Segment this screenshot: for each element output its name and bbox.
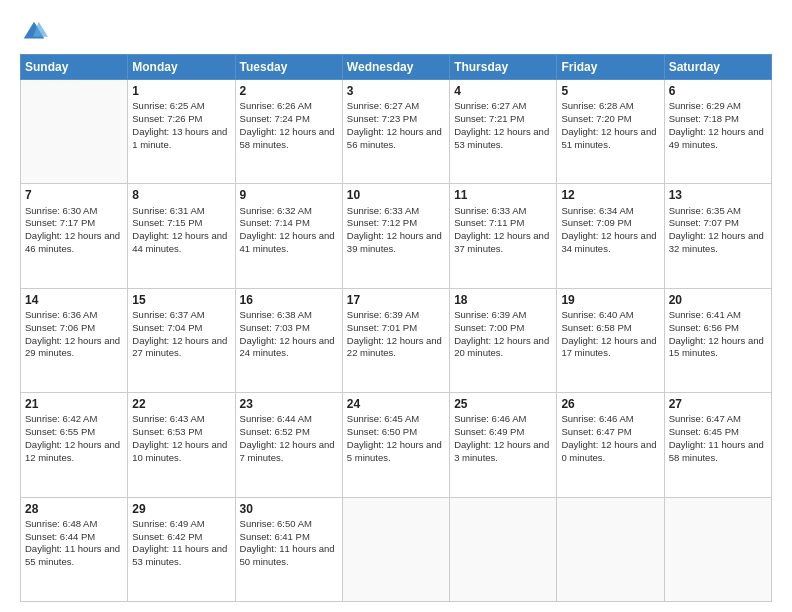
day-info: Daylight: 12 hours and 37 minutes. [454, 230, 552, 256]
day-info: Sunset: 6:53 PM [132, 426, 230, 439]
day-info: Sunrise: 6:43 AM [132, 413, 230, 426]
calendar-cell: 4Sunrise: 6:27 AMSunset: 7:21 PMDaylight… [450, 80, 557, 184]
day-info: Sunrise: 6:37 AM [132, 309, 230, 322]
calendar-week-row: 1Sunrise: 6:25 AMSunset: 7:26 PMDaylight… [21, 80, 772, 184]
calendar-cell: 20Sunrise: 6:41 AMSunset: 6:56 PMDayligh… [664, 288, 771, 392]
day-info: Sunset: 7:23 PM [347, 113, 445, 126]
weekday-header: Friday [557, 55, 664, 80]
logo-icon [20, 18, 48, 46]
weekday-header: Tuesday [235, 55, 342, 80]
day-info: Sunrise: 6:39 AM [454, 309, 552, 322]
calendar-cell: 2Sunrise: 6:26 AMSunset: 7:24 PMDaylight… [235, 80, 342, 184]
day-info: Daylight: 12 hours and 0 minutes. [561, 439, 659, 465]
day-info: Sunrise: 6:42 AM [25, 413, 123, 426]
calendar-week-row: 14Sunrise: 6:36 AMSunset: 7:06 PMDayligh… [21, 288, 772, 392]
day-info: Daylight: 12 hours and 12 minutes. [25, 439, 123, 465]
day-info: Sunrise: 6:38 AM [240, 309, 338, 322]
calendar-header-row: SundayMondayTuesdayWednesdayThursdayFrid… [21, 55, 772, 80]
calendar-cell [450, 497, 557, 601]
calendar-cell: 21Sunrise: 6:42 AMSunset: 6:55 PMDayligh… [21, 393, 128, 497]
day-number: 29 [132, 501, 230, 517]
calendar-cell: 19Sunrise: 6:40 AMSunset: 6:58 PMDayligh… [557, 288, 664, 392]
calendar-cell: 16Sunrise: 6:38 AMSunset: 7:03 PMDayligh… [235, 288, 342, 392]
day-number: 17 [347, 292, 445, 308]
day-info: Sunrise: 6:27 AM [454, 100, 552, 113]
weekday-header: Thursday [450, 55, 557, 80]
logo [20, 18, 52, 46]
day-info: Sunrise: 6:46 AM [454, 413, 552, 426]
day-info: Daylight: 12 hours and 7 minutes. [240, 439, 338, 465]
calendar-cell: 5Sunrise: 6:28 AMSunset: 7:20 PMDaylight… [557, 80, 664, 184]
day-info: Sunrise: 6:33 AM [454, 205, 552, 218]
calendar-cell [342, 497, 449, 601]
day-info: Sunset: 6:49 PM [454, 426, 552, 439]
calendar-cell: 18Sunrise: 6:39 AMSunset: 7:00 PMDayligh… [450, 288, 557, 392]
day-info: Sunset: 7:12 PM [347, 217, 445, 230]
day-info: Sunset: 6:56 PM [669, 322, 767, 335]
day-info: Daylight: 12 hours and 24 minutes. [240, 335, 338, 361]
day-info: Sunrise: 6:46 AM [561, 413, 659, 426]
day-info: Sunset: 7:26 PM [132, 113, 230, 126]
day-info: Daylight: 12 hours and 29 minutes. [25, 335, 123, 361]
calendar-cell: 25Sunrise: 6:46 AMSunset: 6:49 PMDayligh… [450, 393, 557, 497]
day-info: Sunrise: 6:31 AM [132, 205, 230, 218]
day-info: Sunrise: 6:35 AM [669, 205, 767, 218]
day-number: 14 [25, 292, 123, 308]
calendar-cell [664, 497, 771, 601]
day-number: 2 [240, 83, 338, 99]
day-info: Sunrise: 6:47 AM [669, 413, 767, 426]
day-info: Sunrise: 6:25 AM [132, 100, 230, 113]
day-info: Daylight: 12 hours and 51 minutes. [561, 126, 659, 152]
calendar-table: SundayMondayTuesdayWednesdayThursdayFrid… [20, 54, 772, 602]
day-info: Sunrise: 6:36 AM [25, 309, 123, 322]
day-info: Sunset: 7:20 PM [561, 113, 659, 126]
day-number: 12 [561, 187, 659, 203]
day-info: Sunset: 7:03 PM [240, 322, 338, 335]
day-info: Sunrise: 6:27 AM [347, 100, 445, 113]
calendar-cell: 11Sunrise: 6:33 AMSunset: 7:11 PMDayligh… [450, 184, 557, 288]
day-info: Sunset: 7:21 PM [454, 113, 552, 126]
day-info: Sunset: 7:07 PM [669, 217, 767, 230]
weekday-header: Saturday [664, 55, 771, 80]
day-info: Sunset: 7:24 PM [240, 113, 338, 126]
day-info: Sunrise: 6:28 AM [561, 100, 659, 113]
day-info: Daylight: 12 hours and 39 minutes. [347, 230, 445, 256]
day-info: Daylight: 12 hours and 22 minutes. [347, 335, 445, 361]
day-info: Sunrise: 6:39 AM [347, 309, 445, 322]
day-number: 24 [347, 396, 445, 412]
day-number: 10 [347, 187, 445, 203]
calendar-cell: 24Sunrise: 6:45 AMSunset: 6:50 PMDayligh… [342, 393, 449, 497]
calendar-cell [557, 497, 664, 601]
day-number: 15 [132, 292, 230, 308]
day-number: 20 [669, 292, 767, 308]
day-info: Sunset: 7:01 PM [347, 322, 445, 335]
day-info: Sunrise: 6:30 AM [25, 205, 123, 218]
day-info: Sunrise: 6:44 AM [240, 413, 338, 426]
calendar-cell: 29Sunrise: 6:49 AMSunset: 6:42 PMDayligh… [128, 497, 235, 601]
calendar-week-row: 21Sunrise: 6:42 AMSunset: 6:55 PMDayligh… [21, 393, 772, 497]
calendar-cell: 3Sunrise: 6:27 AMSunset: 7:23 PMDaylight… [342, 80, 449, 184]
day-info: Sunset: 6:52 PM [240, 426, 338, 439]
day-info: Sunset: 7:04 PM [132, 322, 230, 335]
day-info: Daylight: 12 hours and 34 minutes. [561, 230, 659, 256]
calendar-cell: 12Sunrise: 6:34 AMSunset: 7:09 PMDayligh… [557, 184, 664, 288]
day-info: Sunset: 6:44 PM [25, 531, 123, 544]
calendar-cell: 1Sunrise: 6:25 AMSunset: 7:26 PMDaylight… [128, 80, 235, 184]
day-number: 16 [240, 292, 338, 308]
calendar-cell: 13Sunrise: 6:35 AMSunset: 7:07 PMDayligh… [664, 184, 771, 288]
day-info: Daylight: 12 hours and 49 minutes. [669, 126, 767, 152]
day-number: 28 [25, 501, 123, 517]
day-info: Sunrise: 6:50 AM [240, 518, 338, 531]
day-info: Sunset: 6:45 PM [669, 426, 767, 439]
day-info: Sunset: 7:09 PM [561, 217, 659, 230]
day-info: Daylight: 11 hours and 58 minutes. [669, 439, 767, 465]
day-info: Daylight: 12 hours and 5 minutes. [347, 439, 445, 465]
day-info: Sunset: 7:11 PM [454, 217, 552, 230]
calendar-cell: 15Sunrise: 6:37 AMSunset: 7:04 PMDayligh… [128, 288, 235, 392]
calendar-cell: 26Sunrise: 6:46 AMSunset: 6:47 PMDayligh… [557, 393, 664, 497]
day-info: Daylight: 11 hours and 50 minutes. [240, 543, 338, 569]
day-number: 4 [454, 83, 552, 99]
calendar-cell: 17Sunrise: 6:39 AMSunset: 7:01 PMDayligh… [342, 288, 449, 392]
day-info: Sunrise: 6:33 AM [347, 205, 445, 218]
calendar-cell: 27Sunrise: 6:47 AMSunset: 6:45 PMDayligh… [664, 393, 771, 497]
